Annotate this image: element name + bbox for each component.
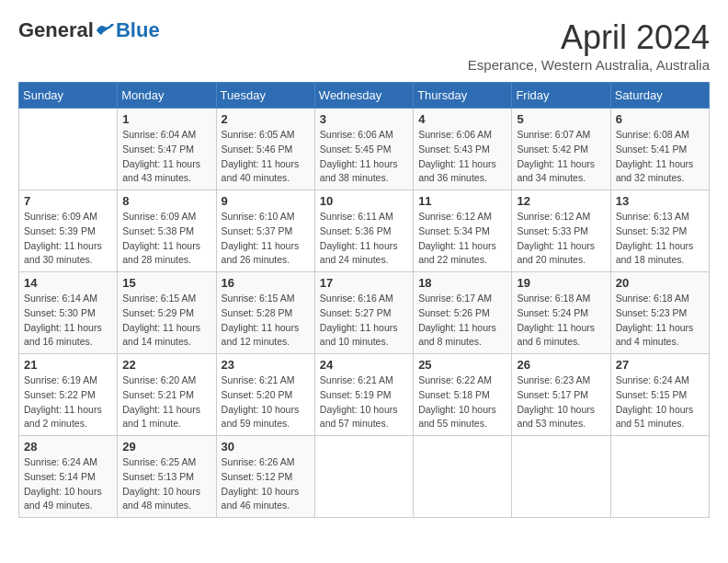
day-number: 24 <box>320 358 408 372</box>
calendar-cell: 12Sunrise: 6:12 AM Sunset: 5:33 PM Dayli… <box>512 190 610 272</box>
calendar-cell: 28Sunrise: 6:24 AM Sunset: 5:14 PM Dayli… <box>19 436 118 518</box>
day-info: Sunrise: 6:09 AM Sunset: 5:39 PM Dayligh… <box>24 210 112 268</box>
calendar-cell <box>19 109 118 190</box>
calendar-cell: 22Sunrise: 6:20 AM Sunset: 5:21 PM Dayli… <box>118 354 216 436</box>
calendar-cell: 11Sunrise: 6:12 AM Sunset: 5:34 PM Dayli… <box>414 190 512 272</box>
day-info: Sunrise: 6:21 AM Sunset: 5:19 PM Dayligh… <box>320 373 408 431</box>
day-number: 30 <box>222 440 310 454</box>
page-header: General Blue April 2024 Esperance, Weste… <box>18 18 710 73</box>
day-number: 8 <box>122 194 210 208</box>
calendar-cell <box>314 436 413 518</box>
calendar-cell: 14Sunrise: 6:14 AM Sunset: 5:30 PM Dayli… <box>19 272 118 354</box>
day-number: 16 <box>222 276 310 290</box>
day-number: 22 <box>122 358 210 372</box>
day-number: 17 <box>320 276 408 290</box>
calendar-cell: 17Sunrise: 6:16 AM Sunset: 5:27 PM Dayli… <box>314 272 413 354</box>
day-number: 27 <box>616 358 704 372</box>
day-info: Sunrise: 6:24 AM Sunset: 5:14 PM Dayligh… <box>24 455 112 513</box>
calendar-cell: 2Sunrise: 6:05 AM Sunset: 5:46 PM Daylig… <box>216 109 314 190</box>
day-info: Sunrise: 6:25 AM Sunset: 5:13 PM Dayligh… <box>122 455 210 513</box>
day-info: Sunrise: 6:10 AM Sunset: 5:37 PM Dayligh… <box>222 210 310 268</box>
calendar-cell: 3Sunrise: 6:06 AM Sunset: 5:45 PM Daylig… <box>314 109 413 190</box>
calendar-cell: 18Sunrise: 6:17 AM Sunset: 5:26 PM Dayli… <box>414 272 512 354</box>
calendar-cell <box>414 436 512 518</box>
day-info: Sunrise: 6:13 AM Sunset: 5:32 PM Dayligh… <box>616 210 704 268</box>
calendar-cell: 9Sunrise: 6:10 AM Sunset: 5:37 PM Daylig… <box>216 190 314 272</box>
calendar-cell: 19Sunrise: 6:18 AM Sunset: 5:24 PM Dayli… <box>512 272 610 354</box>
calendar-cell: 26Sunrise: 6:23 AM Sunset: 5:17 PM Dayli… <box>512 354 610 436</box>
calendar-cell: 27Sunrise: 6:24 AM Sunset: 5:15 PM Dayli… <box>610 354 709 436</box>
day-info: Sunrise: 6:19 AM Sunset: 5:22 PM Dayligh… <box>24 373 112 431</box>
day-info: Sunrise: 6:05 AM Sunset: 5:46 PM Dayligh… <box>222 128 310 186</box>
day-number: 26 <box>517 358 605 372</box>
calendar-cell: 13Sunrise: 6:13 AM Sunset: 5:32 PM Dayli… <box>610 190 709 272</box>
header-day-sunday: Sunday <box>19 83 118 109</box>
calendar-cell: 29Sunrise: 6:25 AM Sunset: 5:13 PM Dayli… <box>118 436 216 518</box>
day-number: 4 <box>418 112 506 126</box>
header-day-thursday: Thursday <box>414 83 512 109</box>
logo-bird-icon <box>95 22 115 39</box>
day-info: Sunrise: 6:21 AM Sunset: 5:20 PM Dayligh… <box>222 373 310 431</box>
calendar-cell: 6Sunrise: 6:08 AM Sunset: 5:41 PM Daylig… <box>610 109 709 190</box>
day-info: Sunrise: 6:08 AM Sunset: 5:41 PM Dayligh… <box>616 128 704 186</box>
calendar-cell: 24Sunrise: 6:21 AM Sunset: 5:19 PM Dayli… <box>314 354 413 436</box>
calendar-cell: 15Sunrise: 6:15 AM Sunset: 5:29 PM Dayli… <box>118 272 216 354</box>
day-number: 10 <box>320 194 408 208</box>
day-info: Sunrise: 6:16 AM Sunset: 5:27 PM Dayligh… <box>320 292 408 350</box>
calendar-cell: 16Sunrise: 6:15 AM Sunset: 5:28 PM Dayli… <box>216 272 314 354</box>
day-info: Sunrise: 6:09 AM Sunset: 5:38 PM Dayligh… <box>122 210 210 268</box>
calendar-week-row: 21Sunrise: 6:19 AM Sunset: 5:22 PM Dayli… <box>19 354 710 436</box>
day-number: 1 <box>122 112 210 126</box>
day-number: 7 <box>24 194 112 208</box>
calendar-cell: 8Sunrise: 6:09 AM Sunset: 5:38 PM Daylig… <box>118 190 216 272</box>
calendar-week-row: 14Sunrise: 6:14 AM Sunset: 5:30 PM Dayli… <box>19 272 710 354</box>
calendar-cell <box>610 436 709 518</box>
day-info: Sunrise: 6:07 AM Sunset: 5:42 PM Dayligh… <box>517 128 605 186</box>
day-info: Sunrise: 6:26 AM Sunset: 5:12 PM Dayligh… <box>222 455 310 513</box>
day-info: Sunrise: 6:15 AM Sunset: 5:29 PM Dayligh… <box>122 292 210 350</box>
calendar-cell: 10Sunrise: 6:11 AM Sunset: 5:36 PM Dayli… <box>314 190 413 272</box>
day-info: Sunrise: 6:17 AM Sunset: 5:26 PM Dayligh… <box>418 292 506 350</box>
header-day-tuesday: Tuesday <box>216 83 314 109</box>
day-number: 14 <box>24 276 112 290</box>
day-info: Sunrise: 6:22 AM Sunset: 5:18 PM Dayligh… <box>418 373 506 431</box>
day-info: Sunrise: 6:24 AM Sunset: 5:15 PM Dayligh… <box>616 373 704 431</box>
calendar-cell: 5Sunrise: 6:07 AM Sunset: 5:42 PM Daylig… <box>512 109 610 190</box>
day-info: Sunrise: 6:18 AM Sunset: 5:24 PM Dayligh… <box>517 292 605 350</box>
day-info: Sunrise: 6:04 AM Sunset: 5:47 PM Dayligh… <box>122 128 210 186</box>
day-number: 23 <box>222 358 310 372</box>
logo-general: General <box>18 18 94 42</box>
day-number: 2 <box>222 112 310 126</box>
calendar-cell: 7Sunrise: 6:09 AM Sunset: 5:39 PM Daylig… <box>19 190 118 272</box>
calendar-week-row: 7Sunrise: 6:09 AM Sunset: 5:39 PM Daylig… <box>19 190 710 272</box>
day-info: Sunrise: 6:23 AM Sunset: 5:17 PM Dayligh… <box>517 373 605 431</box>
day-number: 21 <box>24 358 112 372</box>
day-number: 25 <box>418 358 506 372</box>
day-info: Sunrise: 6:14 AM Sunset: 5:30 PM Dayligh… <box>24 292 112 350</box>
calendar-cell: 21Sunrise: 6:19 AM Sunset: 5:22 PM Dayli… <box>19 354 118 436</box>
month-year-title: April 2024 <box>468 18 710 57</box>
day-info: Sunrise: 6:12 AM Sunset: 5:34 PM Dayligh… <box>418 210 506 268</box>
day-info: Sunrise: 6:11 AM Sunset: 5:36 PM Dayligh… <box>320 210 408 268</box>
logo: General Blue <box>18 18 160 42</box>
calendar-cell: 23Sunrise: 6:21 AM Sunset: 5:20 PM Dayli… <box>216 354 314 436</box>
header-day-saturday: Saturday <box>610 83 709 109</box>
calendar-week-row: 1Sunrise: 6:04 AM Sunset: 5:47 PM Daylig… <box>19 109 710 190</box>
day-number: 18 <box>418 276 506 290</box>
day-number: 12 <box>517 194 605 208</box>
day-number: 19 <box>517 276 605 290</box>
day-number: 15 <box>122 276 210 290</box>
location-subtitle: Esperance, Western Australia, Australia <box>468 57 710 73</box>
day-info: Sunrise: 6:20 AM Sunset: 5:21 PM Dayligh… <box>122 373 210 431</box>
header-day-monday: Monday <box>118 83 216 109</box>
header-day-wednesday: Wednesday <box>314 83 413 109</box>
day-info: Sunrise: 6:15 AM Sunset: 5:28 PM Dayligh… <box>222 292 310 350</box>
day-number: 29 <box>122 440 210 454</box>
title-section: April 2024 Esperance, Western Australia,… <box>468 18 710 73</box>
calendar-cell: 30Sunrise: 6:26 AM Sunset: 5:12 PM Dayli… <box>216 436 314 518</box>
calendar-cell: 1Sunrise: 6:04 AM Sunset: 5:47 PM Daylig… <box>118 109 216 190</box>
day-number: 20 <box>616 276 704 290</box>
calendar-week-row: 28Sunrise: 6:24 AM Sunset: 5:14 PM Dayli… <box>19 436 710 518</box>
calendar-cell <box>512 436 610 518</box>
calendar-header-row: SundayMondayTuesdayWednesdayThursdayFrid… <box>19 83 710 109</box>
